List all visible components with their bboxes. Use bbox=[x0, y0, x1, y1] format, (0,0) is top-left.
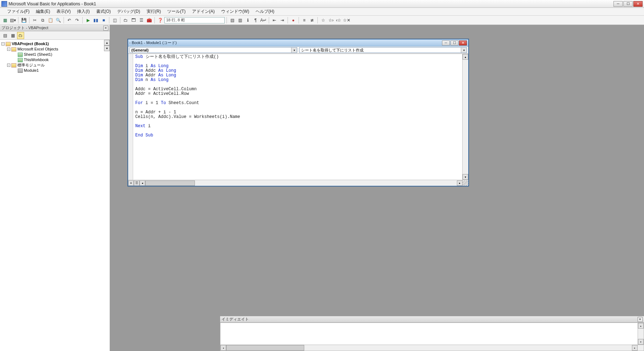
size-grip-icon[interactable] bbox=[463, 180, 468, 186]
comment-block-icon[interactable]: ≡ bbox=[301, 17, 308, 24]
scroll-left-icon[interactable]: ◂ bbox=[140, 180, 145, 186]
project-explorer-icon[interactable]: 🗀 bbox=[122, 17, 129, 24]
immediate-close-button[interactable]: ✕ bbox=[638, 317, 643, 322]
run-icon[interactable]: ▶ bbox=[84, 17, 92, 24]
project-root[interactable]: VBAProject (Book1) bbox=[12, 41, 49, 47]
help-icon[interactable]: ❓ bbox=[157, 17, 164, 24]
list-constants-icon[interactable]: ▥ bbox=[236, 17, 244, 24]
code-body: Sub シート名を取得して下にリスト作成() Dim i As Long Dim… bbox=[128, 54, 468, 180]
menu-insert[interactable]: 挿入(I) bbox=[74, 8, 92, 15]
separator bbox=[18, 17, 18, 23]
outdent-icon[interactable]: ⇤ bbox=[271, 17, 278, 24]
view-object-icon[interactable]: ▦ bbox=[9, 32, 16, 39]
project-explorer-close-button[interactable]: ✕ bbox=[103, 26, 108, 31]
scroll-up-icon[interactable]: ▴ bbox=[463, 54, 468, 60]
toggle-folders-icon[interactable]: 🗀 bbox=[17, 32, 24, 39]
std-modules-folder[interactable]: 標準モジュール bbox=[17, 63, 45, 68]
close-button[interactable]: ✕ bbox=[633, 1, 643, 7]
chevron-down-icon[interactable]: ▾ bbox=[461, 48, 466, 53]
object-browser-icon[interactable]: ☰ bbox=[138, 17, 145, 24]
excel-objects-folder[interactable]: Microsoft Excel Objects bbox=[17, 47, 58, 52]
bookmark-next-icon[interactable]: ☆› bbox=[327, 17, 334, 24]
indent-icon[interactable]: ⇥ bbox=[279, 17, 286, 24]
break-icon[interactable]: ▮▮ bbox=[92, 17, 99, 24]
separator bbox=[120, 17, 120, 23]
immediate-vertical-scrollbar[interactable]: ▴ ▾ bbox=[638, 323, 644, 345]
breakpoint-icon[interactable]: ● bbox=[290, 17, 297, 24]
menu-format[interactable]: 書式(O) bbox=[93, 8, 114, 15]
tree-item-module1[interactable]: Module1 bbox=[24, 68, 39, 73]
bookmark-clear-icon[interactable]: ☆✕ bbox=[343, 17, 350, 24]
scroll-up-icon[interactable]: ▴ bbox=[638, 323, 644, 329]
code-editor[interactable]: Sub シート名を取得して下にリスト作成() Dim i As Long Dim… bbox=[133, 54, 462, 180]
cut-icon[interactable]: ✂ bbox=[31, 17, 38, 24]
code-horizontal-scrollbar[interactable]: ◂ ▸ bbox=[140, 180, 463, 186]
minimize-button[interactable]: ─ bbox=[613, 1, 623, 7]
properties-icon[interactable]: 🗔 bbox=[130, 17, 137, 24]
list-properties-icon[interactable]: ▤ bbox=[229, 17, 236, 24]
scroll-right-icon[interactable]: ▸ bbox=[632, 345, 638, 351]
project-tree[interactable]: ▴ ▾ − VBAProject (Book1) − Micr bbox=[0, 40, 110, 351]
menu-debug[interactable]: デバッグ(D) bbox=[114, 8, 143, 15]
paste-icon[interactable]: 📋 bbox=[47, 17, 54, 24]
menu-help[interactable]: ヘルプ(H) bbox=[253, 8, 277, 15]
code-keyword: End Sub bbox=[135, 133, 153, 138]
redo-icon[interactable]: ↷ bbox=[73, 17, 81, 24]
bookmark-prev-icon[interactable]: ‹☆ bbox=[335, 17, 342, 24]
code-margin[interactable] bbox=[128, 54, 133, 180]
bookmark-toggle-icon[interactable]: ☆ bbox=[320, 17, 327, 24]
toolbox-icon[interactable]: 🧰 bbox=[146, 17, 153, 24]
full-module-view-icon[interactable]: ☰ bbox=[134, 180, 140, 186]
code-window-titlebar[interactable]: Book1 - Module1 (コード) ─ ☐ ✕ bbox=[128, 39, 468, 47]
insert-dropdown-icon[interactable]: ▤▾ bbox=[9, 17, 16, 24]
code-vertical-scrollbar[interactable]: ▴ ▾ bbox=[462, 54, 468, 180]
design-mode-icon[interactable]: ◫ bbox=[111, 17, 118, 24]
scroll-left-icon[interactable]: ◂ bbox=[220, 345, 226, 351]
scroll-down-icon[interactable]: ▾ bbox=[463, 174, 468, 180]
procedure-view-icon[interactable]: ≡ bbox=[128, 180, 134, 186]
code-keyword: Dim bbox=[135, 77, 143, 82]
scroll-down-icon[interactable]: ▾ bbox=[638, 339, 644, 345]
menu-file[interactable]: ファイル(F) bbox=[4, 8, 32, 15]
separator bbox=[288, 17, 288, 23]
tree-scroll-down-icon[interactable]: ▾ bbox=[104, 45, 110, 51]
immediate-input[interactable]: ▴ ▾ ◂ ▸ bbox=[220, 323, 644, 351]
copy-icon[interactable]: ⧉ bbox=[39, 17, 46, 24]
parameter-info-icon[interactable]: ¶ bbox=[252, 17, 259, 24]
code-maximize-button[interactable]: ☐ bbox=[451, 40, 458, 45]
code-text-span: Addc = ActiveCell.Column bbox=[135, 87, 197, 92]
scrollbar-thumb[interactable] bbox=[145, 180, 195, 186]
immediate-horizontal-scrollbar[interactable]: ◂ ▸ bbox=[220, 345, 644, 351]
maximize-button[interactable]: ☐ bbox=[623, 1, 633, 7]
scroll-right-icon[interactable]: ▸ bbox=[457, 180, 463, 186]
tree-collapse-icon[interactable]: − bbox=[7, 48, 10, 51]
menu-addins[interactable]: アドイン(A) bbox=[189, 8, 218, 15]
undo-icon[interactable]: ↶ bbox=[66, 17, 73, 24]
menu-window[interactable]: ウィンドウ(W) bbox=[218, 8, 252, 15]
find-icon[interactable]: 🔍 bbox=[55, 17, 62, 24]
menu-view[interactable]: 表示(V) bbox=[54, 8, 73, 15]
chevron-down-icon[interactable]: ▾ bbox=[291, 48, 297, 53]
code-close-button[interactable]: ✕ bbox=[459, 40, 467, 45]
tree-item-sheet1[interactable]: Sheet1 (Sheet1) bbox=[24, 52, 52, 57]
scrollbar-thumb[interactable] bbox=[226, 345, 304, 351]
procedure-dropdown[interactable]: シート名を取得して下にリスト作成 ▾ bbox=[299, 47, 467, 53]
complete-word-icon[interactable]: A↵ bbox=[260, 17, 267, 24]
excel-icon[interactable]: ▦ bbox=[1, 17, 9, 24]
tree-scroll-up-icon[interactable]: ▴ bbox=[104, 40, 110, 45]
menu-tools[interactable]: ツール(T) bbox=[164, 8, 188, 15]
code-minimize-button[interactable]: ─ bbox=[442, 40, 450, 45]
uncomment-block-icon[interactable]: ≢ bbox=[309, 17, 316, 24]
menu-edit[interactable]: 編集(E) bbox=[33, 8, 53, 15]
tree-item-thisworkbook[interactable]: ThisWorkbook bbox=[24, 57, 49, 63]
tree-collapse-icon[interactable]: − bbox=[1, 42, 5, 45]
view-code-icon[interactable]: ▤ bbox=[1, 32, 9, 39]
reset-icon[interactable]: ■ bbox=[100, 17, 107, 24]
quick-info-icon[interactable]: ℹ bbox=[244, 17, 251, 24]
object-dropdown[interactable]: (General) ▾ bbox=[130, 47, 297, 53]
separator bbox=[299, 17, 299, 23]
tree-collapse-icon[interactable]: − bbox=[7, 64, 10, 67]
code-window[interactable]: Book1 - Module1 (コード) ─ ☐ ✕ (General) ▾ … bbox=[128, 39, 469, 186]
save-icon[interactable]: 💾 bbox=[20, 17, 27, 24]
menu-run[interactable]: 実行(R) bbox=[144, 8, 164, 15]
